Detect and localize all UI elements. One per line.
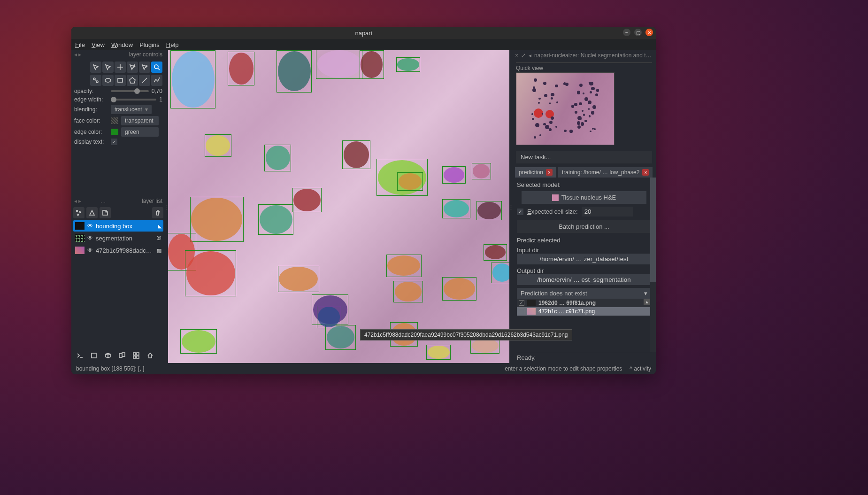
model-icon [552,194,559,201]
input-dir-field[interactable] [517,254,651,264]
svg-point-0 [154,65,158,69]
delete-shape-tool[interactable] [90,75,101,86]
edge-color-swatch[interactable] [111,129,118,135]
svg-rect-9 [92,353,96,358]
remove-vertex-tool[interactable] [139,62,150,73]
close-tab-icon[interactable]: × [546,169,553,176]
selected-model-label: Selected model: [517,181,651,188]
roll-button[interactable] [102,350,114,361]
titlebar: napari − ▢ ✕ [71,27,656,39]
bounding-box [228,52,254,85]
visibility-toggle[interactable]: 👁 [87,247,93,254]
scrollbar[interactable] [650,178,656,352]
file-checkbox[interactable]: ✓ [519,300,524,306]
new-shapes-layer[interactable] [86,207,98,218]
shapes-icon: ◣ [158,223,161,229]
bounding-box [491,263,509,283]
prediction-file-list: ▲ ✓ 1962d0 … 69f81a.png 472b1c … c91c71.… [517,299,651,316]
expected-cell-checkbox[interactable]: ✓ [517,209,523,215]
canvas[interactable] [168,50,509,363]
menu-window[interactable]: Window [111,41,133,48]
opacity-slider[interactable] [111,90,149,92]
file-checkbox[interactable] [519,309,524,314]
svg-point-8 [106,211,107,212]
bounding-box [277,50,312,93]
menu-view[interactable]: View [92,41,105,48]
svg-rect-14 [133,356,136,358]
tab-label: training: /home/ … low_phase2 [562,169,639,176]
plugin-float-icon[interactable]: ⤢ [521,52,526,59]
layer-item-segmentation[interactable]: 👁 segmentation ⦿ [73,232,163,244]
rectangle-tool[interactable] [115,75,126,86]
transpose-button[interactable] [116,350,128,361]
file-thumbnail [527,300,536,306]
menu-help[interactable]: Help [166,41,179,48]
console-button[interactable] [74,350,85,361]
plugin-dock-icon[interactable]: ◂ [529,52,531,59]
file-item[interactable]: 472b1c … c91c71.png [517,307,651,316]
chevron-down-icon: ▾ [644,290,647,297]
face-color-swatch[interactable] [111,117,118,124]
bounding-box [264,145,291,171]
bounding-box [476,201,502,220]
svg-rect-11 [122,353,125,356]
output-dir-field[interactable] [517,274,651,285]
display-text-checkbox[interactable]: ✓ [111,139,117,145]
layer-controls-header: ◂ ▸ layer controls [71,50,165,59]
dock-undock-icon[interactable]: ◂ ▸ [74,51,81,58]
new-points-layer[interactable] [73,207,84,218]
new-task-button[interactable]: New task... [516,151,652,163]
file-item[interactable]: ✓ 1962d0 … 69f81a.png [517,299,651,307]
layer-name: bounding box [96,223,155,230]
tab-training[interactable]: training: /home/ … low_phase2 × [558,167,653,178]
close-button[interactable]: ✕ [645,29,653,36]
edge-width-value: 1 [159,96,162,103]
canvas-image [168,50,509,363]
maximize-button[interactable]: ▢ [634,29,642,36]
plugin-close-icon[interactable]: × [515,52,518,59]
ndisplay-button[interactable] [88,350,100,361]
menu-file[interactable]: File [75,41,85,48]
minimize-button[interactable]: − [623,29,630,36]
face-color-select[interactable]: transparent [121,116,159,125]
zoom-tool[interactable] [151,62,162,73]
close-tab-icon[interactable]: × [642,169,649,176]
home-button[interactable] [145,350,156,361]
activity-toggle[interactable]: ^ activity [630,365,651,372]
add-vertex-tool[interactable] [127,62,138,73]
line-tool[interactable] [139,75,150,86]
bounding-box [386,255,422,277]
visibility-toggle[interactable]: 👁 [87,223,93,229]
delete-layer[interactable] [152,207,163,218]
prediction-filter-select[interactable]: Prediction does not exist▾ [517,288,651,299]
grid-button[interactable] [131,350,142,361]
pan-tool[interactable] [115,62,126,73]
edge-color-select[interactable]: green [121,127,159,137]
new-labels-layer[interactable] [100,207,111,218]
expected-cell-input[interactable] [582,207,633,217]
blending-select[interactable]: translucent▾ [111,105,152,114]
svg-point-3 [105,78,111,82]
visibility-toggle[interactable]: 👁 [87,235,93,241]
ellipse-tool[interactable] [102,75,114,86]
select-tool[interactable] [90,62,101,73]
selected-model-button[interactable]: Tissue nucleus H&E [522,191,646,204]
layer-item-bounding-box[interactable]: 👁 bounding box ◣ [73,220,163,232]
layer-item-image[interactable]: 👁 472b1c5ff988dadc… ▧ [73,245,163,256]
bounding-box [397,172,423,191]
dock-undock-icon[interactable]: ◂ ▸ [74,198,81,204]
polygon-tool[interactable] [127,75,138,86]
window-title: napari [71,30,656,37]
layer-list-title: layer list [125,198,162,204]
direct-select-tool[interactable] [102,62,114,73]
menu-plugins[interactable]: Plugins [139,41,160,48]
batch-prediction-button[interactable]: Batch prediction ... [517,220,651,233]
scroll-up-icon[interactable]: ▲ [644,299,650,305]
status-hint: enter a selection mode to edit shape pro… [505,365,622,372]
path-tool[interactable] [151,75,162,86]
svg-rect-13 [137,353,139,355]
edge-width-slider[interactable] [111,99,156,101]
input-dir-label: Input dir [517,247,651,254]
svg-rect-10 [119,354,122,357]
tab-prediction[interactable]: prediction × [515,167,556,178]
